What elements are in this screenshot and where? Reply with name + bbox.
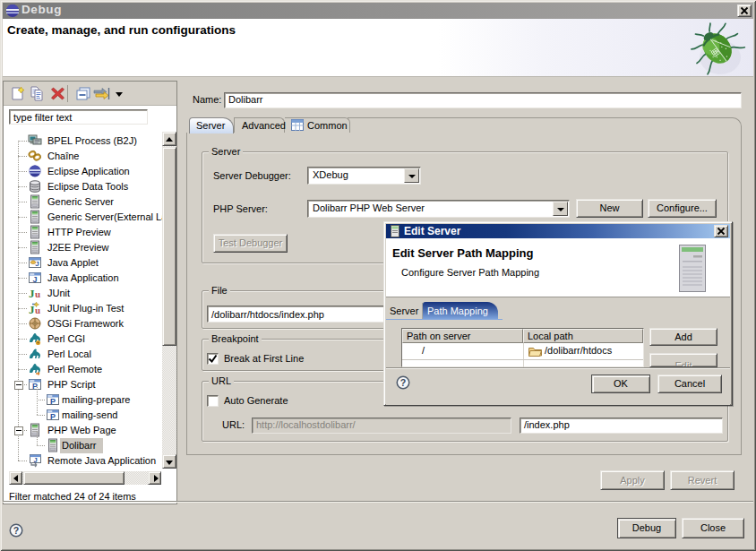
svg-text:u: u	[35, 288, 40, 299]
svg-text:P: P	[50, 412, 56, 421]
svg-text:J: J	[32, 275, 37, 284]
svg-text:J: J	[29, 287, 35, 300]
svg-text:J: J	[35, 260, 39, 268]
svg-text:J: J	[33, 456, 37, 464]
svg-text:?: ?	[400, 377, 407, 388]
svg-text:?: ?	[13, 525, 20, 536]
svg-text:P: P	[50, 397, 56, 406]
